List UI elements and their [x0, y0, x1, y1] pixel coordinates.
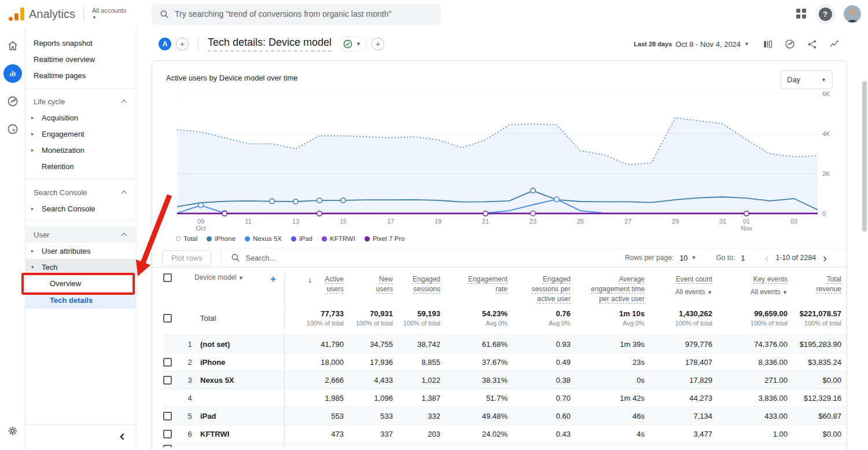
column-header-key-events[interactable]: Key eventsAll events ▼ — [712, 273, 788, 297]
legend-item-pixel-7-pro[interactable]: Pixel 7 Pro — [365, 235, 405, 242]
apps-grid-icon[interactable] — [796, 9, 807, 19]
metric-cell: 74,376.00 — [712, 340, 788, 349]
goto-page-input[interactable]: 1 — [741, 254, 745, 262]
share-icon — [807, 39, 818, 50]
add-report-button[interactable]: + — [372, 38, 384, 50]
table-row[interactable]: 5iPad55353333249.48%0.6046s7,134433.00$6… — [163, 407, 847, 425]
edit-comparisons-button[interactable] — [762, 39, 773, 50]
legend-item-nexus-5x[interactable]: Nexus 5X — [245, 235, 282, 242]
global-search-input[interactable] — [175, 9, 433, 19]
column-header-engaged-sessions-per-active-user[interactable]: Engaged sessions per active user — [507, 273, 571, 303]
explore-report-button[interactable] — [784, 38, 796, 50]
table-row[interactable]: 1(not set)41,79034,75538,74261.68%0.931m… — [163, 335, 847, 353]
legend-item-iphone[interactable]: iPhone — [207, 235, 236, 242]
sidebar-item-user-attributes[interactable]: ▸User attributes — [25, 243, 136, 259]
user-avatar[interactable] — [844, 5, 861, 23]
table-row[interactable]: 41,9851,0961,38751.7%0.701m 42s44,2733,8… — [163, 389, 847, 407]
sidebar-item-retention[interactable]: Retention — [25, 158, 136, 174]
totals-cell: 77,733100% of total — [285, 309, 344, 327]
sidebar-section-search-console[interactable]: Search Console — [25, 184, 136, 200]
row-checkbox[interactable] — [163, 358, 172, 367]
column-filter-dropdown[interactable]: All events ▼ — [675, 287, 712, 297]
legend-item-ipad[interactable]: iPad — [291, 235, 312, 242]
table-row[interactable]: 6KFTRWI47333720324.02%0.434s3,4771.00$0.… — [163, 425, 847, 442]
sidebar-item-overview[interactable]: Overview — [25, 275, 136, 291]
add-dimension-button[interactable]: + — [270, 273, 276, 285]
sidebar-item-tech-details[interactable]: Tech details — [25, 291, 136, 309]
row-checkbox[interactable] — [163, 412, 172, 420]
report-status-pill[interactable]: ▼ — [337, 36, 367, 52]
account-switcher[interactable]: All accounts ▼ — [92, 7, 126, 21]
column-header-new-users[interactable]: New users — [344, 273, 393, 294]
sidebar-item-reports-snapshot[interactable]: Reports snapshot — [25, 35, 136, 51]
home-button[interactable] — [3, 36, 23, 56]
analytics-app: Analytics All accounts ▼ ? — [0, 0, 868, 450]
legend-label: Total — [183, 235, 197, 242]
rows-per-page-value[interactable]: 10 — [679, 254, 687, 262]
workspace-avatar[interactable]: A — [159, 38, 171, 50]
page-title[interactable]: Tech details: Device model — [208, 36, 332, 52]
chevron-down-icon[interactable]: ▼ — [692, 255, 697, 261]
sidebar-item-tech[interactable]: ▾Tech — [25, 259, 136, 275]
help-button[interactable]: ? — [815, 3, 836, 24]
advertising-button[interactable] — [3, 119, 23, 139]
legend-item-total[interactable]: Total — [176, 235, 197, 242]
table-row[interactable]: 2iPhone18,00017,9368,85537.67%0.4923s178… — [163, 353, 847, 371]
row-checkbox[interactable] — [163, 376, 172, 385]
totals-label: Total — [197, 314, 284, 323]
svg-text:2K: 2K — [822, 170, 830, 177]
scrollbar[interactable] — [862, 81, 867, 232]
column-header-engaged-sessions[interactable]: Engaged sessions — [393, 273, 440, 294]
sidebar-item-monetization[interactable]: ▸Monetization — [25, 142, 136, 158]
next-page-icon[interactable]: › — [823, 251, 827, 265]
select-all-checkbox[interactable] — [163, 273, 172, 282]
svg-text:29: 29 — [672, 218, 679, 225]
table-search-input[interactable] — [245, 254, 373, 262]
column-header-total-revenue[interactable]: Total revenue — [788, 273, 841, 294]
explore-button[interactable] — [3, 92, 23, 111]
collapse-sidebar-icon[interactable] — [120, 433, 126, 440]
sidebar-item-label: Search Console — [42, 204, 95, 213]
sidebar-divider — [25, 88, 136, 89]
global-search[interactable] — [152, 3, 441, 25]
legend-item-kftrwi[interactable]: KFTRWI — [322, 235, 355, 242]
table-search[interactable] — [231, 253, 373, 262]
column-filter-dropdown[interactable]: All events ▼ — [751, 287, 788, 297]
table-row[interactable] — [163, 442, 847, 447]
date-range-picker[interactable]: Last 28 days Oct 8 - Nov 4, 2024 ▼ — [634, 40, 749, 49]
metric-cell: 1m 42s — [571, 394, 645, 403]
sidebar-item-realtime-pages[interactable]: Realtime pages — [25, 67, 136, 83]
reports-button[interactable] — [3, 64, 23, 83]
granularity-select[interactable]: Day ▼ — [781, 70, 833, 89]
sidebar-item-realtime-overview[interactable]: Realtime overview — [25, 51, 136, 67]
sidebar-item-engagement[interactable]: ▸Engagement — [25, 126, 136, 142]
dimension-header[interactable]: Device model ▼ — [194, 273, 244, 281]
reports-active-circle — [3, 64, 22, 83]
insights-button[interactable] — [829, 38, 840, 50]
bar-chart-icon — [8, 68, 18, 79]
plot-rows-button[interactable]: Plot rows — [162, 250, 211, 266]
previous-page-icon[interactable]: ‹ — [764, 251, 768, 265]
column-header-event-count[interactable]: Event countAll events ▼ — [645, 273, 712, 297]
sidebar-section-life-cycle[interactable]: Life cycle — [25, 93, 136, 109]
metric-cell: 533 — [344, 412, 393, 420]
sidebar-item-label: Tech — [42, 263, 57, 272]
admin-settings-button[interactable] — [3, 421, 23, 441]
totals-checkbox[interactable] — [163, 314, 172, 323]
metric-cell: 51.7% — [440, 394, 507, 403]
column-header-engagement-rate[interactable]: Engagement rate — [440, 273, 507, 294]
row-checkbox[interactable] — [163, 445, 172, 447]
sort-descending-icon[interactable]: ↓ — [308, 275, 312, 286]
share-button[interactable] — [807, 39, 818, 50]
sidebar-section-user[interactable]: User — [25, 226, 136, 243]
goto-label: Go to: — [716, 254, 735, 262]
add-workspace-button[interactable]: + — [176, 38, 189, 50]
column-header-average-engagement-time-per-active-user[interactable]: Average engagement time per active user — [571, 273, 645, 303]
column-header-active-users[interactable]: ↓Active users — [285, 273, 344, 294]
expand-arrow-icon: ▸ — [31, 248, 42, 254]
chevron-down-icon: ▼ — [821, 77, 826, 83]
sidebar-item-search-console[interactable]: ▸Search Console — [25, 200, 136, 217]
table-row[interactable]: 3Nexus 5X2,6664,4331,02238.31%0.380s17,8… — [163, 371, 847, 389]
row-checkbox[interactable] — [163, 430, 172, 438]
sidebar-item-acquisition[interactable]: ▸Acquisition — [25, 109, 136, 126]
